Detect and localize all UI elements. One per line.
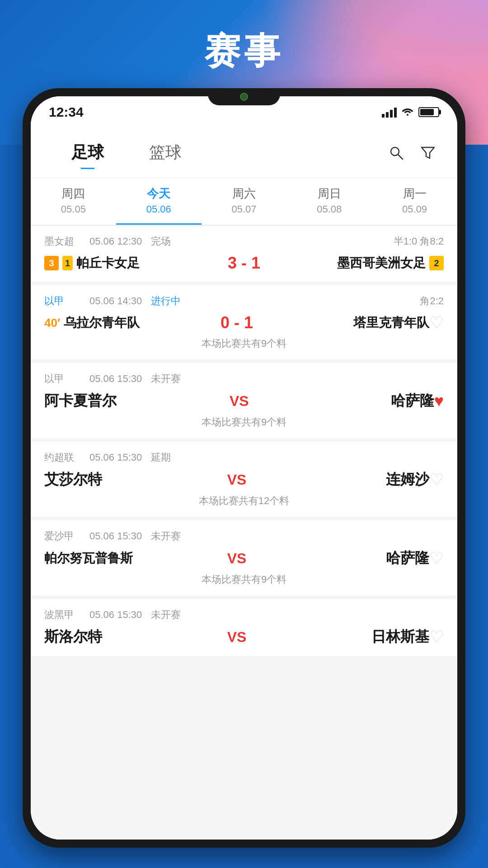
date-tab-sat[interactable]: 周六 05.07 [202, 178, 287, 225]
sport-tab-icons [385, 142, 439, 164]
status-time: 12:34 [49, 104, 84, 120]
team-name-left-3: 阿卡夏普尔 [44, 391, 117, 411]
team-right-6: 日林斯基 [264, 627, 429, 647]
date-tab-mon[interactable]: 周一 05.09 [372, 178, 457, 225]
status-5: 未开赛 [151, 529, 181, 543]
date-tab-thu[interactable]: 周四 05.05 [31, 178, 116, 225]
day-mon: 周一 [372, 186, 457, 202]
live-time-2: 40′ [44, 316, 60, 330]
corner-1: 半1:0 角8:2 [394, 235, 444, 248]
datetime-2: 05.06 14:30 [89, 295, 142, 307]
score-6: VS [210, 629, 264, 646]
league-4: 约超联 [44, 451, 80, 464]
team-name-right-6: 日林斯基 [371, 627, 429, 647]
match-body-1: 3 1 帕丘卡女足 3 - 1 墨西哥美洲女足 2 [44, 254, 444, 273]
match-card-6: 波黑甲 05.06 15:30 未开赛 斯洛尔特 VS 日林斯基 [31, 599, 457, 656]
team-name-right-1: 墨西哥美洲女足 [337, 255, 426, 272]
league-2: 以甲 [44, 294, 80, 308]
corner-2: 角2:2 [420, 294, 444, 308]
screen-content: 12:34 [31, 96, 457, 840]
day-sat: 周六 [202, 186, 287, 202]
favorite-button-2[interactable]: ♡ [429, 313, 444, 332]
score-text-1: 3 - 1 [228, 254, 260, 273]
match-header-6: 波黑甲 05.06 15:30 未开赛 [44, 608, 444, 622]
date-sat: 05.07 [202, 203, 287, 215]
team-name-left-1: 帕丘卡女足 [76, 255, 140, 272]
team-name-right-4: 连姆沙 [386, 470, 429, 490]
score-4: VS [210, 472, 264, 488]
tab-football[interactable]: 足球 [49, 137, 127, 168]
status-2: 进行中 [151, 294, 181, 308]
match-footer-2: 本场比赛共有9个料 [44, 337, 444, 350]
status-4: 延期 [151, 451, 171, 464]
date-tabs: 周四 05.05 今天 05.06 周六 05.07 周日 05.08 周一 [31, 178, 457, 226]
score-5: VS [210, 550, 264, 567]
svg-marker-3 [422, 147, 434, 158]
day-sun: 周日 [286, 186, 372, 202]
match-header-4: 约超联 05.06 15:30 延期 [44, 451, 444, 464]
date-tab-sun[interactable]: 周日 05.08 [286, 178, 372, 225]
match-header-2: 以甲 05.06 14:30 进行中 角2:2 [44, 294, 444, 308]
team-left-2: 40′ 乌拉尔青年队 [44, 314, 210, 331]
match-body-4: 艾莎尔特 VS 连姆沙 ♡ [44, 470, 444, 490]
vs-text-3: VS [230, 393, 249, 410]
status-icons [382, 106, 439, 118]
favorite-button-6[interactable]: ♡ [429, 627, 444, 646]
match-body-2: 40′ 乌拉尔青年队 0 - 1 塔里克青年队 ♡ [44, 313, 444, 332]
date-sun: 05.08 [286, 203, 372, 215]
tab-basketball[interactable]: 篮球 [127, 137, 204, 168]
team-left-6: 斯洛尔特 [44, 627, 210, 647]
team-name-left-6: 斯洛尔特 [44, 627, 102, 647]
battery-icon [418, 107, 439, 117]
team-right-1: 墨西哥美洲女足 2 [271, 255, 444, 272]
team-name-left-5: 帕尔努瓦普鲁斯 [44, 550, 133, 567]
match-body-3: 阿卡夏普尔 VS 哈萨隆 ♥ [44, 391, 444, 411]
match-card-2: 以甲 05.06 14:30 进行中 角2:2 40′ 乌拉尔青年队 0 - 1 [31, 285, 457, 359]
datetime-6: 05.06 15:30 [89, 609, 142, 621]
datetime-4: 05.06 15:30 [89, 452, 142, 463]
score-1: 3 - 1 [217, 254, 271, 273]
favorite-button-5[interactable]: ♡ [429, 549, 444, 568]
date-tab-today[interactable]: 今天 05.06 [116, 178, 202, 225]
match-list: 墨女超 05.06 12:30 完场 半1:0 角8:2 3 1 帕丘卡女足 3… [31, 226, 457, 840]
rank-right-1: 2 [429, 256, 444, 270]
rank-left-1: 3 [44, 256, 59, 270]
league-5: 爱沙甲 [44, 529, 80, 543]
team-left-1: 3 1 帕丘卡女足 [44, 255, 217, 272]
svg-line-2 [398, 155, 403, 159]
team-left-4: 艾莎尔特 [44, 470, 210, 490]
team-right-5: 哈萨隆 [264, 548, 429, 568]
match-header-5: 爱沙甲 05.06 15:30 未开赛 [44, 529, 444, 543]
team-right-4: 连姆沙 [264, 470, 429, 490]
favorite-button-3[interactable]: ♥ [434, 392, 444, 410]
match-body-6: 斯洛尔特 VS 日林斯基 ♡ [44, 627, 444, 647]
datetime-3: 05.06 15:30 [89, 373, 142, 385]
league-1: 墨女超 [44, 235, 80, 248]
sport-tabs: 足球 篮球 [31, 128, 457, 178]
filter-button[interactable] [417, 142, 439, 164]
match-footer-3: 本场比赛共有9个料 [44, 415, 444, 429]
team-name-left-4: 艾莎尔特 [44, 470, 102, 490]
camera [240, 93, 248, 101]
wifi-icon [401, 106, 414, 118]
date-mon: 05.09 [372, 203, 457, 215]
match-header-1: 墨女超 05.06 12:30 完场 半1:0 角8:2 [44, 235, 444, 248]
favorite-button-4[interactable]: ♡ [429, 470, 444, 489]
svg-point-0 [407, 114, 408, 116]
match-card-5: 爱沙甲 05.06 15:30 未开赛 帕尔努瓦普鲁斯 VS 哈萨隆 [31, 520, 457, 595]
team-left-5: 帕尔努瓦普鲁斯 [44, 550, 210, 567]
match-card-3: 以甲 05.06 15:30 未开赛 阿卡夏普尔 VS 哈萨隆 [31, 363, 457, 438]
vs-text-5: VS [227, 550, 247, 567]
date-thu: 05.05 [31, 203, 116, 215]
score-2: 0 - 1 [210, 313, 264, 332]
vs-text-4: VS [227, 472, 247, 488]
date-today: 05.06 [116, 203, 202, 215]
status-6: 未开赛 [151, 608, 181, 622]
team-name-right-3: 哈萨隆 [391, 391, 434, 411]
match-card: 墨女超 05.06 12:30 完场 半1:0 角8:2 3 1 帕丘卡女足 3… [31, 226, 457, 282]
team-name-right-2: 塔里克青年队 [353, 314, 429, 331]
league-6: 波黑甲 [44, 608, 80, 622]
search-button[interactable] [385, 142, 408, 164]
match-card-4: 约超联 05.06 15:30 延期 艾莎尔特 VS 连姆沙 [31, 442, 457, 517]
team-right-3: 哈萨隆 [266, 391, 434, 411]
